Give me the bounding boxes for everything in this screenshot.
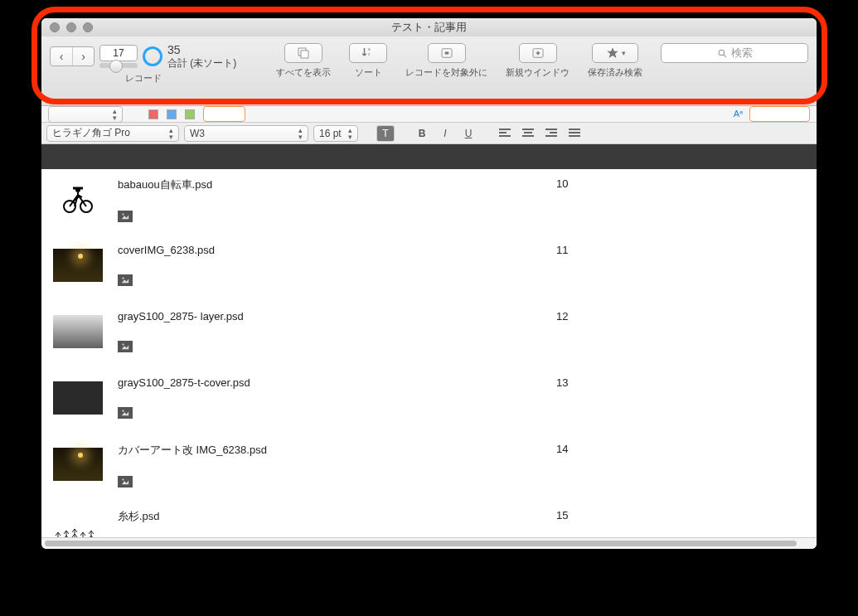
- svg-point-14: [122, 213, 124, 215]
- align-left-button[interactable]: [496, 125, 514, 142]
- row-number: 11: [556, 244, 805, 256]
- window-title: テスト・記事用: [41, 20, 817, 35]
- total-count: 35: [167, 43, 236, 57]
- color-swatch-3[interactable]: [185, 109, 195, 119]
- file-name: grayS100_2875-t-cover.psd: [118, 376, 541, 389]
- titlebar: テスト・記事用: [41, 18, 817, 36]
- format-indicator-icon[interactable]: Aᵃ: [734, 109, 743, 119]
- next-record-button[interactable]: ›: [72, 47, 94, 65]
- toolbar: ‹ › 17 35 合計 (未ソート) レコード: [41, 36, 817, 106]
- pie-indicator-icon: [143, 46, 162, 66]
- format-bar: ヒラギノ角ゴ Pro ▴▾ W3 ▴▾ 16 pt ▴▾ T B I U: [41, 123, 817, 144]
- record-nav-group: ‹ › 17 35 合計 (未ソート) レコード: [50, 43, 236, 85]
- align-center-button[interactable]: [519, 125, 537, 142]
- italic-button[interactable]: I: [436, 125, 454, 142]
- record-label: レコード: [125, 72, 162, 85]
- row-number: 14: [556, 443, 805, 455]
- color-swatch-1[interactable]: [148, 109, 158, 119]
- chevron-down-icon: ▾: [622, 49, 626, 57]
- status-strip: ▴▾ Aᵃ: [41, 106, 817, 123]
- svg-point-8: [719, 50, 725, 55]
- list-header: [41, 144, 817, 169]
- search-input[interactable]: 検索: [661, 43, 808, 63]
- image-icon: [118, 341, 133, 352]
- font-select[interactable]: ヒラギノ角ゴ Pro ▴▾: [46, 125, 179, 142]
- file-name: 糸杉.psd: [118, 509, 541, 524]
- record-count-area: 35 合計 (未ソート): [143, 43, 236, 69]
- record-slider[interactable]: [99, 63, 138, 68]
- table-row[interactable]: grayS100_2875- layer.psd12: [41, 302, 817, 368]
- status-text: [131, 108, 140, 120]
- search-icon: [717, 48, 728, 59]
- table-row[interactable]: grayS100_2875-t-cover.psd13: [41, 368, 817, 434]
- file-name: カバーアート改 IMG_6238.psd: [118, 443, 541, 458]
- color-swatch-2[interactable]: [167, 109, 177, 119]
- sort-button[interactable]: az: [349, 43, 387, 63]
- thumbnail: [53, 514, 103, 537]
- svg-point-17: [122, 277, 124, 279]
- file-name: grayS100_2875- layer.psd: [118, 310, 541, 323]
- stack-icon: [296, 46, 311, 61]
- saved-search-button[interactable]: ▾: [592, 43, 638, 63]
- new-window-icon: [531, 46, 545, 61]
- row-number: 10: [556, 177, 805, 190]
- star-icon: [605, 46, 620, 61]
- image-icon: [118, 476, 133, 487]
- text-color-button[interactable]: T: [376, 125, 395, 142]
- row-number: 15: [556, 509, 805, 521]
- mode-button[interactable]: [203, 106, 245, 122]
- show-all-label: すべてを表示: [276, 66, 331, 79]
- align-justify-button[interactable]: [565, 125, 584, 142]
- image-icon: [118, 211, 133, 222]
- show-all-button[interactable]: [284, 43, 322, 63]
- record-list[interactable]: babauou自転車.psd10coverIMG_6238.psd11grayS…: [41, 144, 817, 537]
- svg-point-23: [122, 410, 124, 411]
- font-weight: W3: [190, 128, 205, 139]
- svg-text:z: z: [368, 52, 371, 56]
- image-icon: [118, 274, 133, 286]
- table-row[interactable]: カバーアート改 IMG_6238.psd14: [41, 434, 817, 501]
- align-right-button[interactable]: [542, 125, 560, 142]
- thumbnail: [53, 182, 103, 216]
- font-name: ヒラギノ角ゴ Pro: [52, 126, 130, 140]
- image-icon: [118, 407, 133, 419]
- edit-button[interactable]: [749, 106, 810, 122]
- table-row[interactable]: coverIMG_6238.psd11: [41, 235, 817, 302]
- saved-search-label: 保存済み検索: [588, 66, 642, 79]
- record-number-field[interactable]: 17: [99, 45, 138, 61]
- svg-rect-1: [301, 51, 308, 58]
- new-window-button[interactable]: [519, 43, 557, 63]
- svg-point-26: [122, 478, 124, 480]
- underline-button[interactable]: U: [459, 125, 477, 142]
- new-window-label: 新規ウインドウ: [506, 66, 570, 79]
- horizontal-scrollbar[interactable]: [41, 537, 817, 549]
- size-select[interactable]: 16 pt ▴▾: [313, 125, 358, 142]
- thumbnail: [53, 381, 103, 415]
- thumbnail: [53, 448, 103, 481]
- table-row[interactable]: babauou自転車.psd10: [41, 169, 817, 235]
- svg-rect-5: [444, 52, 448, 55]
- layout-picker[interactable]: ▴▾: [48, 106, 123, 123]
- row-number: 12: [556, 310, 805, 323]
- bold-button[interactable]: B: [413, 125, 431, 142]
- svg-text:a: a: [368, 47, 371, 51]
- prev-record-button[interactable]: ‹: [51, 47, 72, 65]
- total-count-label: 合計 (未ソート): [167, 57, 236, 69]
- svg-marker-7: [607, 47, 618, 58]
- row-number: 13: [556, 376, 805, 389]
- thumbnail: [53, 315, 103, 348]
- exclude-button[interactable]: [428, 43, 466, 63]
- file-name: babauou自転車.psd: [118, 177, 541, 192]
- search-placeholder: 検索: [731, 46, 753, 61]
- thumbnail: [53, 249, 103, 282]
- app-window: テスト・記事用 ‹ › 17 35 合計 (未ソート): [41, 18, 817, 549]
- file-name: coverIMG_6238.psd: [118, 244, 541, 256]
- svg-point-20: [122, 343, 124, 345]
- sort-icon: az: [361, 46, 376, 61]
- sort-label: ソート: [355, 66, 382, 79]
- record-nav-buttons[interactable]: ‹ ›: [50, 46, 95, 66]
- table-row[interactable]: 糸杉.psd15: [41, 501, 817, 537]
- exclude-icon: [439, 46, 454, 61]
- weight-select[interactable]: W3 ▴▾: [184, 125, 308, 142]
- exclude-label: レコードを対象外に: [405, 66, 487, 79]
